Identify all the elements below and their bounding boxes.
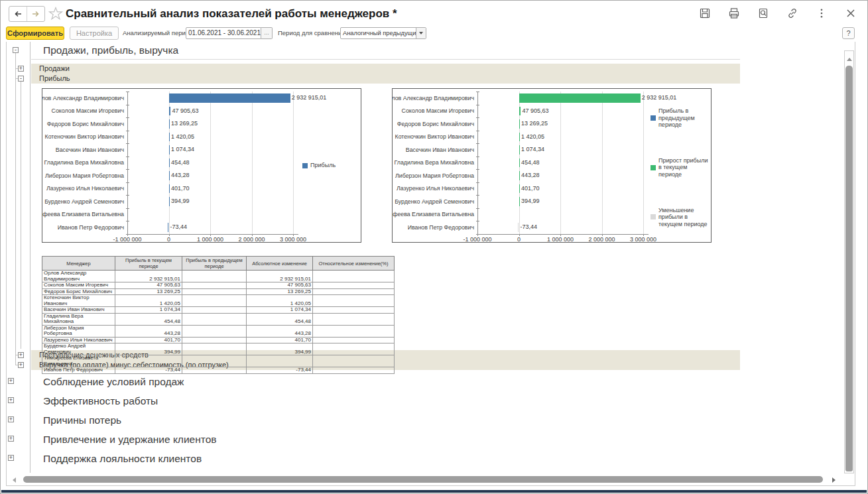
select-dropdown-button[interactable] xyxy=(416,28,426,38)
value-cell xyxy=(182,295,247,307)
row-tick xyxy=(126,117,129,118)
value-cell xyxy=(313,295,395,307)
subsection-block-top: Продажи Прибыль xyxy=(31,64,740,84)
scroll-up-arrow-icon[interactable] xyxy=(847,58,852,61)
manager-name-cell: Федоров Борис Михайлович xyxy=(42,288,115,295)
table-row: Тимофеева Елизавета Витальевна xyxy=(42,355,395,367)
row-tick xyxy=(126,92,129,92)
bar xyxy=(518,223,519,232)
bar xyxy=(169,184,170,194)
category-label: Соколов Максим Игоревич xyxy=(393,105,475,118)
table-row: Котеночкин Виктор Иванович1 420,051 420,… xyxy=(42,295,395,307)
manager-name-cell: Орлов Александр Владимирович xyxy=(42,271,115,282)
table-row: Бурденко Андрей Семенович394,99394,99 xyxy=(42,343,395,355)
value-label: -73,44 xyxy=(170,221,188,234)
report-section: +Привлечение и удержание клиентов xyxy=(1,432,867,452)
category-label: Лазуренко Илья Николаевич xyxy=(42,182,125,196)
value-cell: 1 074,34 xyxy=(115,307,182,314)
row-tick xyxy=(476,234,479,235)
value-cell: -73,44 xyxy=(115,367,182,374)
period-input[interactable]: 01.06.2021 - 30.06.2021 xyxy=(186,27,261,39)
category-label: Тимофеева Елизавета Витальевна xyxy=(42,208,125,221)
value-cell xyxy=(182,313,247,325)
manager-name-cell: Лазуренко Илья Николаевич xyxy=(42,337,115,343)
section-expander[interactable]: + xyxy=(8,455,14,461)
nav-button-group xyxy=(9,6,45,22)
compare-period-label: Период для сравнения: xyxy=(278,29,347,36)
column-header: Прибыль в предыдущем периоде xyxy=(182,257,247,271)
favorite-star-icon[interactable] xyxy=(48,7,63,24)
group-expander[interactable]: - xyxy=(13,47,19,53)
manager-name-cell: Тимофеева Елизавета Витальевна xyxy=(42,355,115,367)
legend-item: Прибыль в предыдущем периоде xyxy=(651,107,709,129)
x-tick-label: 0 xyxy=(148,236,190,243)
value-label: 47 905,63 xyxy=(172,105,198,118)
manager-name-cell: Гладилина Вера Михайловна xyxy=(42,313,115,325)
subsection-profit[interactable]: Прибыль xyxy=(31,74,740,84)
legend-label: Уменьшение прибыли в текущем периоде xyxy=(658,207,709,228)
subsection-sales[interactable]: Продажи xyxy=(31,64,740,74)
value-cell xyxy=(182,343,247,355)
value-cell xyxy=(313,313,395,325)
report-section-heading: Соблюдение условий продаж xyxy=(43,376,184,388)
bar xyxy=(168,223,168,232)
expander-sales[interactable]: + xyxy=(18,66,24,72)
report-section-heading: Эффективность работы xyxy=(43,395,158,407)
category-label: Лазуренко Илья Николаевич xyxy=(393,182,475,196)
legend-item: Прибыль xyxy=(302,162,336,169)
value-cell: 454,48 xyxy=(247,313,313,325)
section-expander[interactable]: + xyxy=(8,378,14,384)
link-icon[interactable] xyxy=(786,7,798,19)
column-header: Прибыль в текущем периоде xyxy=(115,257,182,271)
compare-period-select[interactable]: Аналогичный предыдущий период xyxy=(340,27,426,39)
close-icon[interactable] xyxy=(845,7,857,19)
period-ellipsis-button[interactable]: ... xyxy=(261,27,273,39)
help-button[interactable]: ? xyxy=(842,27,855,39)
category-label: Гладилина Вера Михайловна xyxy=(393,156,475,170)
value-cell xyxy=(182,337,247,343)
x-tick-label: 3 000 000 xyxy=(622,236,664,243)
value-cell xyxy=(182,307,247,314)
gridline xyxy=(252,92,253,234)
tree-connector-line xyxy=(21,82,21,349)
bar xyxy=(519,184,520,194)
comparison-table-grid: МенеджерПрибыль в текущем периодеПрибыль… xyxy=(42,256,395,374)
settings-button[interactable]: Настройка xyxy=(70,27,119,40)
value-cell: 401,70 xyxy=(247,337,313,343)
chart-legend: Прибыль в предыдущем периодеПрирост приб… xyxy=(651,107,709,227)
section-expander[interactable]: + xyxy=(8,397,14,403)
comparison-table: МенеджерПрибыль в текущем периодеПрибыль… xyxy=(42,256,395,374)
app-window: Сравнительный анализ показателей работы … xyxy=(0,0,868,494)
save-icon[interactable] xyxy=(699,7,711,19)
legend-swatch xyxy=(302,163,308,168)
forward-button[interactable] xyxy=(27,7,44,21)
more-icon[interactable] xyxy=(816,7,828,19)
horizontal-scrollbar-thumb[interactable] xyxy=(23,476,823,483)
print-preview-icon[interactable] xyxy=(757,7,769,19)
value-cell xyxy=(182,271,247,282)
expander-profit[interactable]: - xyxy=(18,76,24,82)
bar xyxy=(519,133,520,142)
x-tick-label: 0 xyxy=(498,236,540,243)
vertical-scrollbar-thumb[interactable] xyxy=(845,66,853,471)
expander-revenue[interactable]: + xyxy=(18,362,24,368)
value-cell: 1 420,05 xyxy=(115,295,182,307)
back-button[interactable] xyxy=(9,7,27,21)
value-label: 394,99 xyxy=(171,195,190,208)
value-cell xyxy=(313,355,395,367)
section-expander[interactable]: + xyxy=(8,436,14,442)
value-cell xyxy=(182,288,247,295)
report-section-heading: Причины потерь xyxy=(43,414,121,426)
print-icon[interactable] xyxy=(728,7,740,19)
bar xyxy=(519,171,520,180)
row-tick xyxy=(476,221,479,221)
scroll-left-arrow-icon[interactable] xyxy=(13,477,16,483)
generate-button[interactable]: Сформировать xyxy=(6,27,64,40)
bar xyxy=(169,158,170,168)
row-tick xyxy=(126,195,129,196)
value-cell xyxy=(182,367,247,374)
row-tick xyxy=(126,156,129,157)
scroll-right-arrow-icon[interactable] xyxy=(832,477,836,483)
section-expander[interactable]: + xyxy=(8,416,14,422)
expander-cash-inflow[interactable]: + xyxy=(18,352,24,358)
